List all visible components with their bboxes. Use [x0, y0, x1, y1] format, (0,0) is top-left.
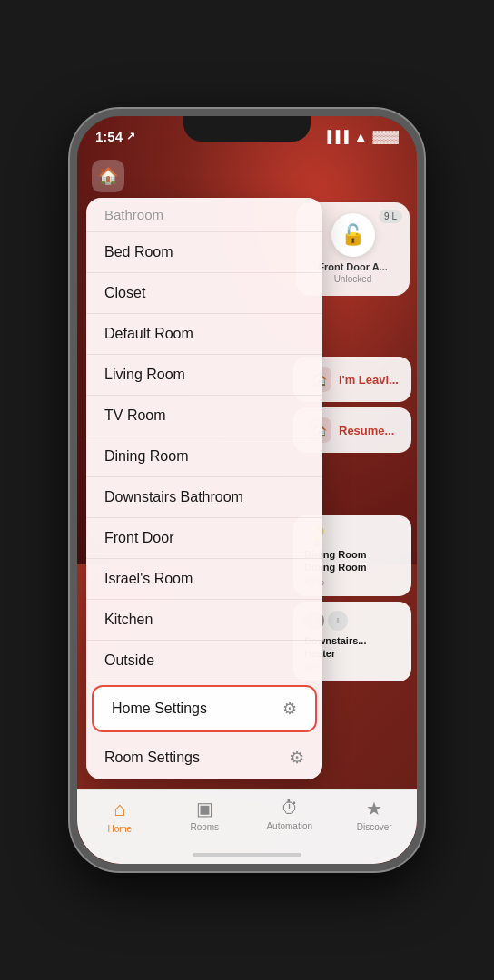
dropdown-label-front-door: Front Door: [104, 530, 173, 546]
dropdown-item-front-door[interactable]: Front Door: [86, 518, 322, 559]
discover-tab-label: Discover: [357, 822, 392, 832]
dropdown-item-downstairs-bathroom[interactable]: Downstairs Bathroom: [86, 477, 322, 518]
status-time: 1:54: [95, 129, 123, 144]
notch: [183, 116, 311, 142]
dropdown-label-room-settings: Room Settings: [104, 750, 200, 766]
signal-icon: ▐▐▐: [323, 130, 349, 143]
dropdown-item-outside[interactable]: Outside: [86, 641, 322, 681]
discover-tab-icon: ★: [366, 798, 382, 819]
home-tab-label: Home: [107, 824, 132, 834]
rooms-tab-label: Rooms: [190, 822, 219, 832]
dropdown-label-kitchen: Kitchen: [104, 612, 153, 628]
home-indicator: [193, 853, 301, 857]
home-icon: 🏠: [98, 166, 118, 186]
dropdown-label-default-room: Default Room: [104, 326, 193, 342]
dropdown-item-tv-room[interactable]: TV Room: [86, 396, 322, 436]
home-tab-icon: ⌂: [114, 798, 125, 821]
dropdown-label-downstairs-bathroom: Downstairs Bathroom: [104, 489, 243, 505]
status-right: ▐▐▐ ▲ ▓▓▓: [323, 129, 399, 144]
dropdown-item-living-room[interactable]: Living Room: [86, 355, 322, 396]
battery-icon: ▓▓▓: [373, 130, 399, 143]
automation-tab-label: Automation: [266, 821, 312, 831]
home-header[interactable]: 🏠: [92, 160, 124, 192]
dropdown-label-bedroom: Bed Room: [104, 244, 173, 260]
dropdown-label-dining-room: Dining Room: [104, 448, 188, 465]
dropdown-item-bedroom[interactable]: Bed Room: [86, 232, 322, 273]
resume-label: Resume...: [339, 424, 394, 437]
dropdown-item-bathroom[interactable]: Bathroom: [86, 198, 322, 232]
dropdown-label-home-settings: Home Settings: [112, 701, 207, 717]
dropdown-item-israels-room[interactable]: Israel's Room: [86, 559, 322, 600]
room-dropdown: Bathroom Bed Room Closet Default Room Li…: [86, 198, 322, 779]
dropdown-label-tv-room: TV Room: [104, 407, 166, 424]
status-left: 1:54 ↗: [95, 129, 135, 144]
dropdown-label-closet: Closet: [104, 285, 145, 301]
phone-frame: 1:54 ↗ ▐▐▐ ▲ ▓▓▓ 🏠 Bathroom Bed Room: [70, 109, 424, 871]
status-arrow: ↗: [126, 130, 135, 142]
tab-rooms[interactable]: ▣ Rooms: [173, 798, 236, 832]
rooms-tab-icon: ▣: [196, 798, 213, 819]
home-settings-gear-icon: ⚙: [282, 699, 297, 719]
dropdown-item-kitchen[interactable]: Kitchen: [86, 600, 322, 641]
lock-icon-circle: 🔓: [331, 213, 375, 257]
tab-automation[interactable]: ⏱ Automation: [258, 798, 321, 831]
dropdown-item-room-settings[interactable]: Room Settings ⚙: [86, 736, 322, 779]
lock-icon: 🔓: [341, 223, 365, 247]
phone-screen: 1:54 ↗ ▐▐▐ ▲ ▓▓▓ 🏠 Bathroom Bed Room: [77, 116, 417, 864]
tab-discover[interactable]: ★ Discover: [342, 798, 406, 832]
dropdown-item-default-room[interactable]: Default Room: [86, 314, 322, 355]
alert-button[interactable]: !: [328, 611, 348, 631]
dropdown-label-living-room: Living Room: [104, 367, 185, 383]
dropdown-label-outside: Outside: [104, 652, 154, 669]
home-icon-button[interactable]: 🏠: [92, 160, 124, 192]
dropdown-item-dining-room[interactable]: Dining Room: [86, 436, 322, 477]
dropdown-label-bathroom: Bathroom: [104, 207, 163, 222]
dropdown-label-israels-room: Israel's Room: [104, 571, 193, 587]
lock-name: Front Door A... Unlocked: [318, 260, 388, 285]
room-settings-gear-icon: ⚙: [290, 748, 304, 768]
leaving-label: I'm Leavi...: [339, 373, 399, 387]
tab-home[interactable]: ⌂ Home: [88, 798, 152, 834]
lock-badge: 9 L: [379, 210, 402, 223]
dropdown-item-closet[interactable]: Closet: [86, 273, 322, 314]
automation-tab-icon: ⏱: [281, 798, 299, 818]
dropdown-item-home-settings[interactable]: Home Settings ⚙: [92, 685, 317, 732]
wifi-icon: ▲: [354, 129, 368, 144]
